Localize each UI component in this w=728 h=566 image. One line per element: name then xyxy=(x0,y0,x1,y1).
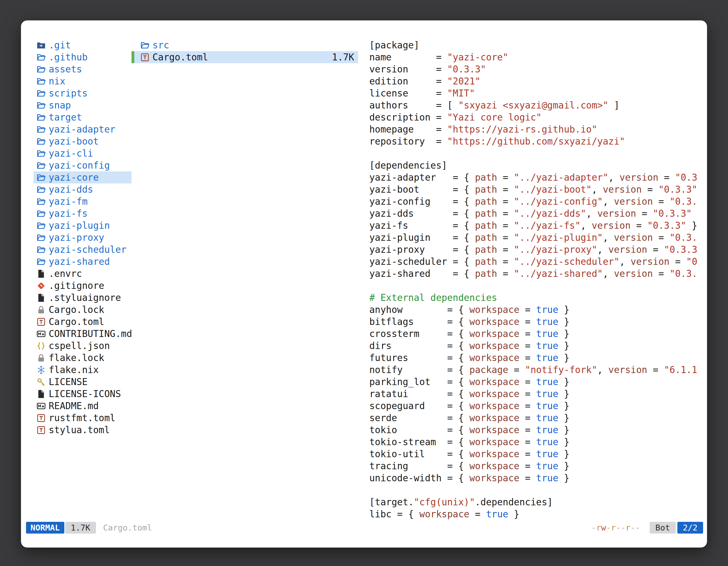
preview-line: futures = { workspace = true } xyxy=(369,352,699,364)
item-label: .gitignore xyxy=(49,280,104,292)
preview-line: repository = "https://github.com/sxyazi/… xyxy=(369,135,699,147)
item-label: yazi-adapter xyxy=(49,123,115,135)
item-label: yazi-config xyxy=(49,159,110,172)
item-label: yazi-plugin xyxy=(49,220,110,232)
file-item[interactable]: cspell.json xyxy=(34,340,131,352)
folder-open-icon xyxy=(36,233,46,243)
git-folder-icon xyxy=(36,41,46,50)
yazi-window: .git.githubassetsnixscriptssnaptargetyaz… xyxy=(21,20,707,548)
preview-line: # External dependencies xyxy=(369,292,699,304)
item-label: src xyxy=(152,39,169,51)
file-item[interactable]: Cargo.toml xyxy=(34,316,131,328)
file-item[interactable]: rustfmt.toml xyxy=(34,412,131,424)
preview-line: yazi-dds = { path = "../yazi-dds", versi… xyxy=(369,208,699,220)
dir-item[interactable]: yazi-plugin xyxy=(34,220,131,232)
dir-item[interactable]: snap xyxy=(34,99,131,111)
folder-open-icon xyxy=(36,209,46,219)
parent-pane: .git.githubassetsnixscriptssnaptargetyaz… xyxy=(34,39,131,436)
folder-open-icon xyxy=(36,161,46,170)
preview-pane: [package]name = "yazi-core"version = "0.… xyxy=(369,39,699,520)
folder-open-icon xyxy=(36,185,46,194)
dir-item[interactable]: yazi-scheduler xyxy=(34,244,131,256)
item-label: cspell.json xyxy=(49,340,110,352)
dir-item[interactable]: yazi-fs xyxy=(34,208,131,220)
item-label: yazi-scheduler xyxy=(49,244,126,256)
dir-item[interactable]: nix xyxy=(34,75,131,87)
preview-line: tokio = { workspace = true } xyxy=(369,424,699,436)
dir-item[interactable]: .github xyxy=(34,51,131,63)
folder-open-icon xyxy=(36,245,46,255)
file-item[interactable]: .gitignore xyxy=(34,280,131,292)
folder-open-icon xyxy=(36,101,46,110)
item-label: nix xyxy=(49,75,65,87)
file-item[interactable]: LICENSE xyxy=(34,376,131,388)
dir-item[interactable]: yazi-cli xyxy=(34,147,131,159)
nix-icon xyxy=(36,365,46,375)
selection-indicator-bar xyxy=(131,51,134,63)
item-label: yazi-fs xyxy=(49,208,88,220)
toml-icon xyxy=(36,413,46,423)
preview-line: yazi-config = { path = "../yazi-config",… xyxy=(369,196,699,208)
dir-item[interactable]: scripts xyxy=(34,87,131,99)
dir-item[interactable]: yazi-boot xyxy=(34,135,131,147)
dir-item[interactable]: .git xyxy=(34,39,131,51)
file-item[interactable]: Cargo.lock xyxy=(34,304,131,316)
dir-item[interactable]: src xyxy=(131,39,358,51)
markdown-icon xyxy=(36,329,46,339)
preview-line: unicode-width = { workspace = true } xyxy=(369,472,699,484)
preview-line: ratatui = { workspace = true } xyxy=(369,388,699,400)
dir-item[interactable]: yazi-adapter xyxy=(34,123,131,135)
dir-item[interactable]: assets xyxy=(34,63,131,75)
preview-line: crossterm = { workspace = true } xyxy=(369,328,699,340)
folder-open-icon xyxy=(36,65,46,74)
license-icon xyxy=(36,377,46,387)
git-icon xyxy=(36,281,46,290)
file-item[interactable]: LICENSE-ICONS xyxy=(34,388,131,400)
file-item[interactable]: stylua.toml xyxy=(34,424,131,436)
preview-line: yazi-adapter = { path = "../yazi-adapter… xyxy=(369,172,699,184)
item-label: flake.lock xyxy=(49,352,104,364)
preview-line: [target."cfg(unix)".dependencies] xyxy=(369,496,699,508)
preview-line: anyhow = { workspace = true } xyxy=(369,304,699,316)
file-icon xyxy=(36,269,46,279)
dir-item[interactable]: target xyxy=(34,111,131,123)
item-label: .envrc xyxy=(49,268,82,280)
preview-line xyxy=(369,280,699,292)
folder-open-icon xyxy=(36,221,46,231)
item-label: scripts xyxy=(49,87,88,99)
preview-line: [package] xyxy=(369,39,699,51)
item-label: LICENSE xyxy=(49,376,88,388)
dir-item[interactable]: yazi-fm xyxy=(34,196,131,208)
item-label: yazi-boot xyxy=(49,135,99,147)
file-icon xyxy=(36,293,46,302)
item-label: .github xyxy=(49,51,88,63)
file-item[interactable]: README.md xyxy=(34,400,131,412)
status-filename: Cargo.toml xyxy=(103,522,152,534)
dir-item[interactable]: yazi-proxy xyxy=(34,232,131,244)
item-label: yazi-proxy xyxy=(49,232,104,244)
file-item[interactable]: flake.nix xyxy=(34,364,131,376)
folder-open-icon xyxy=(36,149,46,158)
dir-item[interactable]: yazi-dds xyxy=(34,184,131,196)
preview-line: parking_lot = { workspace = true } xyxy=(369,376,699,388)
preview-line: tokio-util = { workspace = true } xyxy=(369,448,699,460)
folder-open-icon xyxy=(36,197,46,206)
preview-line: tokio-stream = { workspace = true } xyxy=(369,436,699,448)
preview-line: yazi-fs = { path = "../yazi-fs", version… xyxy=(369,220,699,232)
item-label: flake.nix xyxy=(49,364,99,376)
folder-open-icon xyxy=(36,89,46,98)
file-item[interactable]: CONTRIBUTING.md xyxy=(34,328,131,340)
folder-open-icon xyxy=(140,41,150,50)
dir-item[interactable]: yazi-shared xyxy=(34,256,131,268)
file-item[interactable]: .styluaignore xyxy=(34,292,131,304)
toml-icon xyxy=(36,317,46,326)
preview-line: edition = "2021" xyxy=(369,75,699,87)
dir-item[interactable]: yazi-core xyxy=(34,172,131,184)
file-item[interactable]: .envrc xyxy=(34,268,131,280)
file-item[interactable]: Cargo.toml1.7K xyxy=(131,51,358,63)
preview-line: [dependencies] xyxy=(369,159,699,172)
lock-icon xyxy=(36,353,46,363)
dir-item[interactable]: yazi-config xyxy=(34,159,131,172)
preview-line: name = "yazi-core" xyxy=(369,51,699,63)
file-item[interactable]: flake.lock xyxy=(34,352,131,364)
